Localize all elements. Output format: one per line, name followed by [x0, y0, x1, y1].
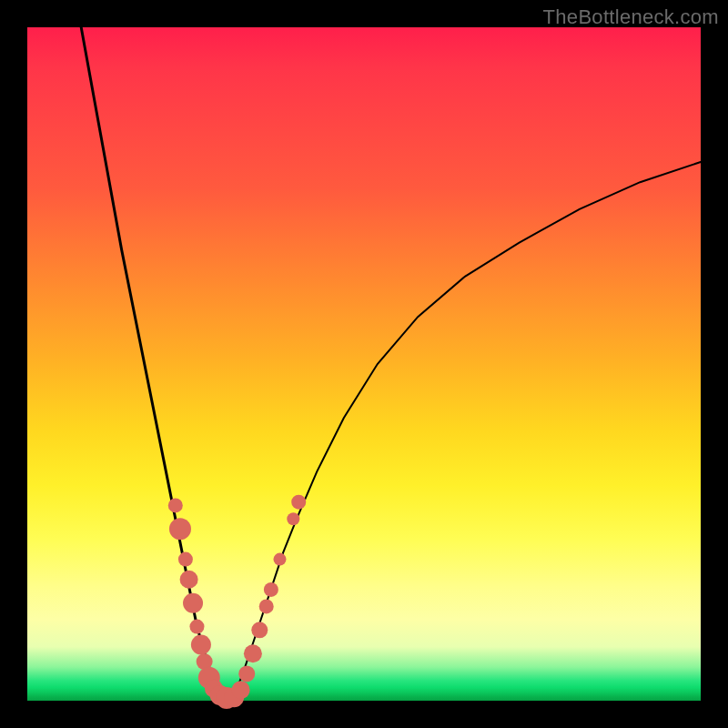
- chart-frame: TheBottleneck.com: [0, 0, 728, 728]
- data-point: [291, 495, 306, 510]
- data-point: [264, 582, 278, 597]
- data-point: [287, 512, 299, 525]
- data-point: [178, 552, 193, 567]
- data-point: [169, 518, 191, 540]
- data-point: [274, 553, 287, 566]
- data-point: [189, 620, 204, 634]
- data-point: [244, 644, 262, 662]
- data-point: [232, 681, 250, 699]
- right-branch-line: [229, 162, 701, 701]
- watermark-text: TheBottleneck.com: [543, 5, 719, 29]
- data-point: [180, 571, 198, 589]
- left-branch-line: [81, 27, 229, 701]
- data-point: [168, 498, 183, 512]
- plot-area: [27, 27, 701, 701]
- dots-group: [168, 495, 306, 709]
- data-point: [191, 635, 211, 655]
- data-point: [183, 593, 203, 613]
- chart-svg: [27, 27, 701, 701]
- data-point: [238, 665, 255, 682]
- data-point: [259, 599, 274, 613]
- curve-group: [81, 27, 701, 701]
- data-point: [251, 622, 268, 638]
